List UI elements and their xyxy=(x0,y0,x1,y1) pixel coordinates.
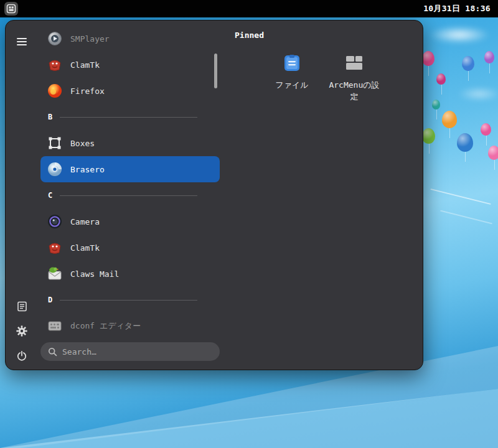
app-item-label: SMPlayer xyxy=(70,34,110,44)
claws-mail-icon xyxy=(47,266,63,282)
firefox-icon xyxy=(47,83,63,99)
section-header-b: B xyxy=(40,104,220,130)
balloon xyxy=(442,111,457,128)
pinned-item-label: ArcMenuの設定 xyxy=(325,80,383,103)
app-item-clamtk[interactable]: ClamTk xyxy=(40,52,220,78)
pinned-title: Pinned xyxy=(235,30,423,40)
clock-menu[interactable]: 10月31日 18:36 xyxy=(423,3,491,14)
search-bar xyxy=(40,342,220,361)
app-rows: SMPlayer ClamTk xyxy=(40,26,220,342)
settings-button[interactable] xyxy=(12,321,32,341)
power-icon xyxy=(16,350,27,362)
app-item-label: ClamTk xyxy=(70,60,100,70)
app-item-boxes[interactable]: Boxes xyxy=(40,130,220,156)
section-header-d: D xyxy=(40,287,220,313)
section-letter: D xyxy=(48,296,52,304)
brasero-icon xyxy=(47,161,63,177)
document-list-icon xyxy=(17,301,27,312)
menu-toggle-button[interactable] xyxy=(12,32,32,52)
hamburger-icon xyxy=(17,37,27,46)
app-item-claws-mail[interactable]: Claws Mail xyxy=(40,261,220,287)
pinned-item-arcmenu-settings[interactable]: ArcMenuの設定 xyxy=(323,50,385,106)
app-item-label: Brasero xyxy=(70,165,105,174)
clamtk-icon xyxy=(47,240,63,256)
section-divider xyxy=(60,300,197,301)
balloon xyxy=(488,146,498,160)
section-divider xyxy=(60,195,197,196)
section-header-c: C xyxy=(40,182,220,208)
pinned-item-label: ファイル xyxy=(275,80,308,91)
section-letter: B xyxy=(48,113,52,121)
balloon xyxy=(432,100,440,110)
app-item-brasero[interactable]: Brasero xyxy=(40,156,220,182)
app-item-label: Boxes xyxy=(70,139,95,148)
balloon xyxy=(484,51,494,63)
pinned-grid: ファイル ArcMenuの設定 xyxy=(261,50,423,106)
boxes-icon xyxy=(47,135,63,151)
dconf-icon xyxy=(47,318,63,334)
balloon xyxy=(422,128,435,144)
arcmenu-button[interactable] xyxy=(4,2,18,16)
gear-icon xyxy=(16,325,27,337)
section-letter: C xyxy=(48,191,52,200)
balloon xyxy=(462,56,474,71)
contrail xyxy=(440,210,492,225)
clamtk-icon xyxy=(47,57,63,73)
pinned-item-files[interactable]: ファイル xyxy=(261,50,323,106)
app-item-smplayer[interactable]: SMPlayer xyxy=(40,26,220,52)
app-item-label: Camera xyxy=(70,217,100,226)
cloud xyxy=(458,87,498,101)
search-icon xyxy=(48,347,57,357)
pinned-section: Pinned ファイル xyxy=(222,21,423,370)
balloon xyxy=(457,133,473,152)
search-input[interactable] xyxy=(62,347,212,357)
app-list: SMPlayer ClamTk xyxy=(38,21,222,370)
contrail xyxy=(430,189,491,205)
app-item-label: Firefox xyxy=(70,86,105,96)
balloon xyxy=(422,51,435,66)
balloon xyxy=(481,123,491,136)
app-item-label: ClamTk xyxy=(70,243,100,253)
menu-sidebar xyxy=(6,21,38,370)
power-button[interactable] xyxy=(12,346,32,366)
app-item-camera[interactable]: Camera xyxy=(40,208,220,235)
session-log-button[interactable] xyxy=(12,296,32,316)
app-item-firefox[interactable]: Firefox xyxy=(40,78,220,104)
app-item-label: dconf エディター xyxy=(70,320,141,332)
section-divider xyxy=(60,117,197,118)
arcmenu-settings-icon xyxy=(344,52,365,73)
arcmenu-panel: SMPlayer ClamTk xyxy=(5,20,423,370)
top-bar: 10月31日 18:36 xyxy=(0,0,498,17)
smplayer-icon xyxy=(47,30,63,47)
app-item-clamtk-2[interactable]: ClamTk xyxy=(40,235,220,261)
files-icon xyxy=(281,52,303,73)
app-item-dconf-editor[interactable]: dconf エディター xyxy=(40,313,220,339)
balloon xyxy=(436,73,446,85)
app-item-label: Claws Mail xyxy=(70,269,119,279)
camera-icon xyxy=(47,213,63,230)
cloud xyxy=(428,26,491,44)
scrollbar-thumb[interactable] xyxy=(214,54,217,88)
arcmenu-icon xyxy=(6,4,16,14)
